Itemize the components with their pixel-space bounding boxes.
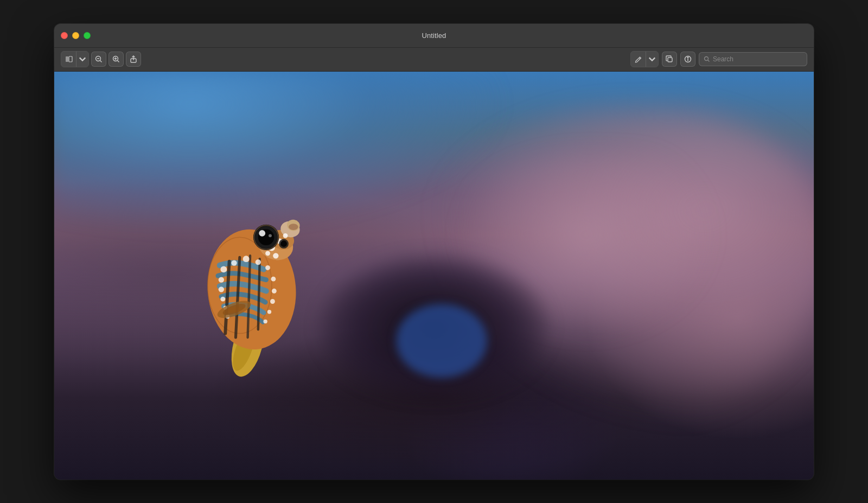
search-box[interactable] (699, 52, 807, 66)
pencil-icon (635, 55, 642, 63)
markup-dropdown-button[interactable] (646, 52, 658, 67)
svg-point-60 (289, 224, 298, 230)
svg-line-8 (118, 61, 119, 62)
svg-line-25 (258, 259, 260, 329)
svg-point-34 (219, 286, 224, 292)
zoom-in-button[interactable] (108, 52, 124, 67)
svg-point-35 (270, 299, 275, 304)
toolbar-left (61, 51, 141, 67)
svg-point-30 (265, 265, 270, 270)
image-area (54, 72, 814, 480)
markup-button[interactable] (631, 52, 646, 67)
minimize-button[interactable] (72, 32, 79, 39)
svg-point-32 (271, 277, 276, 282)
fish-scene (54, 72, 814, 480)
sidebar-toggle-group (61, 51, 89, 67)
traffic-lights (61, 32, 91, 39)
fish-svg (145, 161, 358, 386)
app-window: Untitled (54, 24, 814, 480)
search-input[interactable] (713, 55, 802, 63)
sidebar-toggle-button[interactable] (61, 52, 76, 67)
svg-point-33 (272, 289, 277, 294)
markup-tool-group (630, 51, 659, 67)
svg-rect-1 (69, 56, 72, 62)
svg-line-11 (639, 58, 640, 59)
window-title: Untitled (422, 31, 446, 40)
info-icon (684, 55, 692, 63)
svg-point-47 (283, 233, 288, 238)
chevron-down-small-icon (648, 55, 656, 63)
zoom-out-button[interactable] (91, 52, 106, 67)
svg-point-37 (267, 310, 271, 314)
copy-icon (666, 55, 673, 63)
share-icon (130, 55, 137, 63)
search-icon (704, 56, 710, 62)
svg-point-16 (705, 57, 709, 61)
zoom-out-icon (95, 55, 103, 63)
fish (145, 161, 358, 386)
svg-point-29 (256, 259, 261, 265)
chevron-down-icon (79, 55, 86, 63)
svg-rect-0 (66, 56, 68, 62)
svg-point-54 (269, 234, 272, 237)
svg-point-48 (273, 253, 278, 258)
svg-point-27 (231, 260, 237, 265)
titlebar: Untitled (54, 24, 814, 48)
close-button[interactable] (61, 32, 68, 39)
toolbar (54, 48, 814, 72)
svg-point-59 (280, 240, 287, 247)
svg-line-17 (708, 60, 710, 62)
svg-point-36 (220, 297, 225, 302)
sidebar-icon (65, 55, 73, 63)
svg-line-4 (100, 61, 102, 62)
info-button[interactable] (680, 52, 695, 67)
sidebar-dropdown-button[interactable] (76, 52, 88, 67)
copy-button[interactable] (662, 52, 677, 67)
toolbar-right (630, 51, 807, 67)
svg-point-15 (687, 57, 688, 58)
share-button[interactable] (126, 52, 141, 67)
svg-point-53 (259, 230, 265, 237)
svg-rect-12 (668, 58, 672, 62)
zoom-in-icon (112, 55, 120, 63)
svg-point-26 (220, 266, 227, 272)
svg-point-40 (263, 320, 267, 323)
blue-highlight (396, 304, 487, 377)
svg-point-31 (219, 277, 224, 282)
maximize-button[interactable] (84, 32, 91, 39)
svg-point-49 (265, 251, 270, 256)
svg-point-28 (243, 256, 250, 262)
